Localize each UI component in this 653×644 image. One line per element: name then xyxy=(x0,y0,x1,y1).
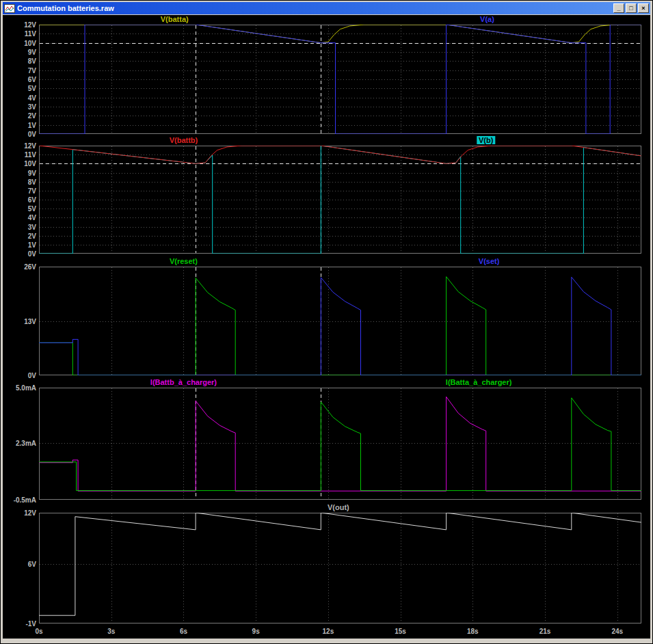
x-tick-label: 24s xyxy=(602,628,632,636)
y-tick-label-pane-4: 2.3mA xyxy=(5,440,36,447)
y-tick-label-pane-2: 6V xyxy=(5,196,36,204)
y-tick-label-pane-2: 7V xyxy=(5,187,36,195)
y-tick-label-pane-1: 10V xyxy=(5,40,36,47)
y-tick-label-pane-1: 7V xyxy=(5,67,36,75)
trace-v-reset[interactable] xyxy=(39,277,641,375)
y-tick-label-pane-1: 1V xyxy=(5,122,36,129)
trace-label-i-batta-charger[interactable]: I(Batta_à_charger) xyxy=(446,378,512,386)
y-tick-label-pane-2: 10V xyxy=(5,160,36,167)
y-tick-label-pane-2: 0V xyxy=(5,250,36,258)
trace-v-set[interactable] xyxy=(39,277,641,375)
trace-label-v-reset[interactable]: V(reset) xyxy=(170,257,198,265)
app-window: { "window": { "title": "Commutation batt… xyxy=(0,0,653,644)
trace-label-v-battb[interactable]: V(battb) xyxy=(170,136,198,144)
x-tick-label: 21s xyxy=(530,628,560,636)
y-tick-label-pane-1: 12V xyxy=(5,21,36,29)
trace-v-out[interactable] xyxy=(39,513,641,615)
y-tick-label-pane-3: 13V xyxy=(5,318,36,325)
y-tick-label-pane-4: -0.5mA xyxy=(5,496,36,504)
trace-label-i-battb-charger[interactable]: I(Battb_à_charger) xyxy=(150,378,217,386)
y-tick-label-pane-2: 1V xyxy=(5,241,36,249)
y-tick-label-pane-1: 4V xyxy=(5,94,36,102)
trace-v-a[interactable] xyxy=(39,25,641,134)
y-tick-label-pane-1: 2V xyxy=(5,112,36,120)
plot-client[interactable]: V(batta)V(a)12V11V10V9V8V7V6V5V4V3V2V1V0… xyxy=(3,15,650,639)
x-tick-label: 3s xyxy=(96,628,126,636)
pane-set-reset-plot[interactable] xyxy=(39,267,641,375)
x-tick-label: 6s xyxy=(168,628,198,636)
trace-v-battb[interactable] xyxy=(39,146,641,163)
pane-battb-plot[interactable] xyxy=(39,146,641,254)
y-tick-label-pane-1: 9V xyxy=(5,49,36,56)
y-tick-label-pane-1: 8V xyxy=(5,57,36,65)
y-tick-label-pane-1: 3V xyxy=(5,103,36,111)
trace-label-v-a[interactable]: V(a) xyxy=(480,15,494,23)
trace-i-battb-charger[interactable] xyxy=(39,397,641,491)
trace-label-v-set[interactable]: V(set) xyxy=(479,257,500,265)
window-title: Commutation batteries.raw xyxy=(17,4,611,12)
y-tick-label-pane-2: 2V xyxy=(5,232,36,240)
pane-batta-plot[interactable] xyxy=(39,25,641,134)
pane-charge-currents-plot[interactable] xyxy=(39,388,641,500)
window-controls: _ □ × xyxy=(613,3,649,13)
x-tick-label: 12s xyxy=(313,628,343,636)
y-tick-label-pane-2: 12V xyxy=(5,142,36,150)
y-tick-label-pane-5: 6V xyxy=(5,561,36,568)
titlebar[interactable]: Commutation batteries.raw _ □ × xyxy=(3,2,650,14)
x-tick-label: 15s xyxy=(386,628,416,636)
y-tick-label-pane-3: 26V xyxy=(5,263,36,271)
y-tick-label-pane-5: 12V xyxy=(5,509,36,517)
y-tick-label-pane-2: 11V xyxy=(5,151,36,159)
trace-label-v-batta[interactable]: V(batta) xyxy=(161,15,189,23)
y-tick-label-pane-1: 11V xyxy=(5,30,36,38)
y-tick-label-pane-2: 8V xyxy=(5,178,36,186)
trace-v-b[interactable] xyxy=(39,146,641,254)
x-tick-label: 9s xyxy=(241,628,271,636)
minimize-button[interactable]: _ xyxy=(613,3,624,13)
y-tick-label-pane-3: 0V xyxy=(5,372,36,379)
y-tick-label-pane-2: 4V xyxy=(5,214,36,222)
pane-out-plot[interactable] xyxy=(39,513,641,623)
x-tick-label: 18s xyxy=(457,628,488,636)
trace-label-v-b[interactable]: V(b) xyxy=(477,136,495,144)
y-tick-label-pane-5: -1V xyxy=(5,620,36,628)
maximize-button[interactable]: □ xyxy=(626,3,637,13)
close-button[interactable]: × xyxy=(638,3,649,13)
waveform-icon xyxy=(4,4,15,13)
trace-label-v-out[interactable]: V(out) xyxy=(328,503,349,511)
y-tick-label-pane-1: 6V xyxy=(5,76,36,83)
y-tick-label-pane-2: 9V xyxy=(5,170,36,177)
y-tick-label-pane-2: 5V xyxy=(5,205,36,213)
y-tick-label-pane-1: 5V xyxy=(5,85,36,92)
y-tick-label-pane-2: 3V xyxy=(5,224,36,231)
y-tick-label-pane-1: 0V xyxy=(5,131,36,138)
y-tick-label-pane-4: 5.0mA xyxy=(5,384,36,392)
x-tick-label: 0s xyxy=(24,628,54,636)
trace-i-batta-charger[interactable] xyxy=(39,398,641,491)
